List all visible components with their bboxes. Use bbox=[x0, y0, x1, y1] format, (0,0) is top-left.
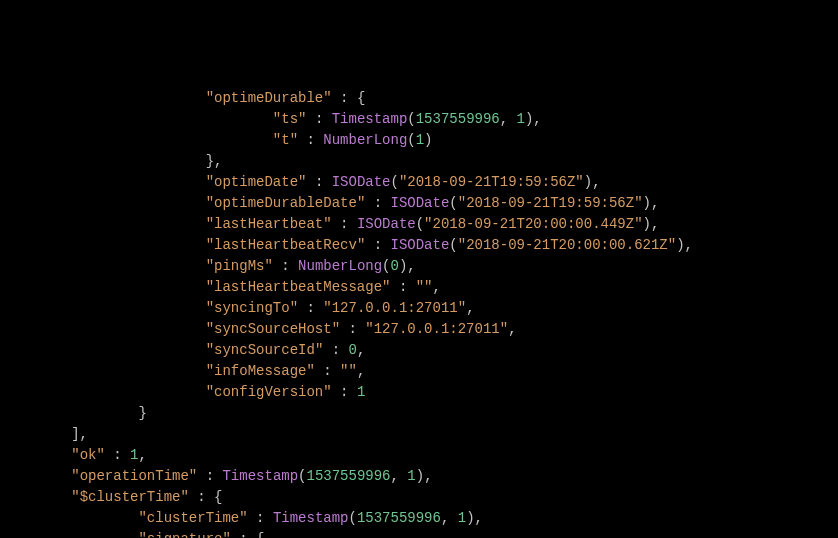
code-line: "t" : NumberLong(1) bbox=[4, 130, 834, 151]
code-line: "configVersion" : 1 bbox=[4, 382, 834, 403]
code-line: "pingMs" : NumberLong(0), bbox=[4, 256, 834, 277]
code-line: "syncingTo" : "127.0.0.1:27011", bbox=[4, 298, 834, 319]
code-line: "infoMessage" : "", bbox=[4, 361, 834, 382]
code-line: "lastHeartbeatRecv" : ISODate("2018-09-2… bbox=[4, 235, 834, 256]
code-line: }, bbox=[4, 151, 834, 172]
terminal-output: "optimeDurable" : { "ts" : Timestamp(153… bbox=[4, 88, 834, 538]
code-line: "ok" : 1, bbox=[4, 445, 834, 466]
code-line: "syncSourceId" : 0, bbox=[4, 340, 834, 361]
code-line: "operationTime" : Timestamp(1537559996, … bbox=[4, 466, 834, 487]
code-line: "optimeDurableDate" : ISODate("2018-09-2… bbox=[4, 193, 834, 214]
code-line: "clusterTime" : Timestamp(1537559996, 1)… bbox=[4, 508, 834, 529]
code-line: "ts" : Timestamp(1537559996, 1), bbox=[4, 109, 834, 130]
code-line: "$clusterTime" : { bbox=[4, 487, 834, 508]
code-line: "optimeDurable" : { bbox=[4, 88, 834, 109]
code-line: "lastHeartbeatMessage" : "", bbox=[4, 277, 834, 298]
code-line: "optimeDate" : ISODate("2018-09-21T19:59… bbox=[4, 172, 834, 193]
code-line: "signature" : { bbox=[4, 529, 834, 538]
code-line: "lastHeartbeat" : ISODate("2018-09-21T20… bbox=[4, 214, 834, 235]
code-line: "syncSourceHost" : "127.0.0.1:27011", bbox=[4, 319, 834, 340]
code-line: ], bbox=[4, 424, 834, 445]
code-line: } bbox=[4, 403, 834, 424]
